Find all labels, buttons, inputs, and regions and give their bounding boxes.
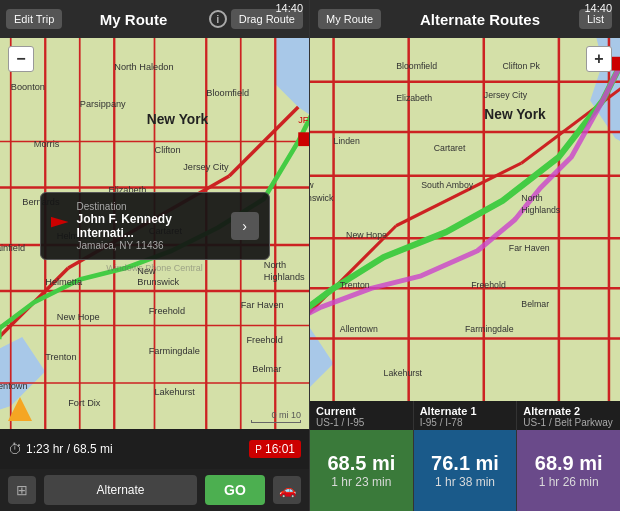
svg-text:Clifton: Clifton — [155, 145, 181, 155]
svg-text:Elizabeth: Elizabeth — [396, 93, 432, 103]
svg-text:Allentown: Allentown — [0, 381, 28, 391]
svg-text:Clifton Pk: Clifton Pk — [503, 61, 541, 71]
route-time-alt1: 1 hr 38 min — [435, 475, 495, 489]
right-title: Alternate Routes — [381, 11, 579, 28]
svg-rect-49 — [298, 132, 309, 146]
route-title-current: Current — [316, 405, 407, 417]
svg-text:North Haledon: North Haledon — [114, 62, 173, 72]
alternate-button[interactable]: Alternate — [44, 475, 197, 505]
right-map-svg: New York Bloomfield Clifton Pk Jersey Ci… — [310, 38, 620, 401]
svg-text:North: North — [521, 193, 543, 203]
scale-bar: 0 mi 10 — [251, 410, 301, 423]
route-distance-alt2: 68.9 mi — [535, 452, 603, 475]
svg-text:Parsippany: Parsippany — [80, 99, 126, 109]
svg-text:New York: New York — [147, 112, 209, 127]
svg-text:Linden: Linden — [334, 136, 360, 146]
route-header-alt2: Alternate 2 US-1 / Belt Parkway — [517, 401, 620, 430]
destination-text: Destination John F. Kennedy Internati...… — [77, 201, 231, 251]
svg-text:South Amboy: South Amboy — [421, 180, 474, 190]
svg-rect-51 — [0, 328, 2, 340]
route-col-alt1[interactable]: Alternate 1 I-95 / I-78 76.1 mi 1 hr 38 … — [414, 401, 518, 511]
navigation-icon[interactable]: ⊞ — [8, 476, 36, 504]
route-subtitle-current: US-1 / I-95 — [316, 417, 407, 428]
route-body-alt1: 76.1 mi 1 hr 38 min — [414, 430, 517, 511]
arrival-badge: P 16:01 — [249, 440, 301, 458]
route-subtitle-alt1: I-95 / I-78 — [420, 417, 511, 428]
svg-text:Plainfield: Plainfield — [0, 243, 25, 253]
svg-text:Farmingdale: Farmingdale — [465, 324, 514, 334]
car-icon[interactable]: 🚗 — [273, 476, 301, 504]
scale-label: 0 mi 10 — [271, 410, 301, 420]
svg-text:New Hope: New Hope — [57, 312, 100, 322]
watermark: Windows Phone Central — [106, 263, 203, 273]
svg-text:Brunswick: Brunswick — [310, 193, 334, 203]
route-title-alt1: Alternate 1 — [420, 405, 511, 417]
route-header-alt1: Alternate 1 I-95 / I-78 — [414, 401, 517, 430]
eta-info: ⏱ 1:23 hr / 68.5 mi — [8, 441, 243, 457]
route-col-current[interactable]: Current US-1 / I-95 68.5 mi 1 hr 23 min — [310, 401, 414, 511]
left-action-bar: ⊞ Alternate GO 🚗 — [0, 469, 309, 511]
destination-label: Destination — [77, 201, 231, 212]
svg-text:Allentown: Allentown — [340, 324, 378, 334]
arrival-time: 16:01 — [265, 442, 295, 456]
svg-text:Bloomfield: Bloomfield — [206, 88, 249, 98]
svg-text:Morris: Morris — [34, 139, 60, 149]
svg-text:New York: New York — [484, 107, 546, 122]
svg-text:Brunswick: Brunswick — [137, 277, 179, 287]
info-icon[interactable]: i — [209, 10, 227, 28]
svg-text:Belmar: Belmar — [252, 364, 281, 374]
svg-text:Helmetta: Helmetta — [45, 277, 83, 287]
go-button[interactable]: GO — [205, 475, 265, 505]
svg-text:Far Haven: Far Haven — [509, 243, 550, 253]
svg-text:Far Haven: Far Haven — [241, 300, 284, 310]
svg-text:Jersey City: Jersey City — [183, 162, 229, 172]
destination-popup: Destination John F. Kennedy Internati...… — [40, 192, 270, 260]
svg-text:North: North — [264, 260, 286, 270]
destination-flag-icon — [51, 217, 69, 235]
eta-text: 1:23 hr / 68.5 mi — [26, 442, 113, 456]
svg-text:Cartaret: Cartaret — [434, 143, 466, 153]
route-body-current: 68.5 mi 1 hr 23 min — [310, 430, 413, 511]
svg-text:Highlands: Highlands — [264, 272, 305, 282]
route-body-alt2: 68.9 mi 1 hr 26 min — [517, 430, 620, 511]
arrival-flag: P — [255, 444, 262, 455]
svg-text:Highlands: Highlands — [521, 205, 561, 215]
right-panel: My Route Alternate Routes List 14:40 — [310, 0, 620, 511]
left-panel: Edit Trip My Route i Drag Route 14:40 — [0, 0, 310, 511]
svg-text:Farmingdale: Farmingdale — [149, 346, 200, 356]
route-time-alt2: 1 hr 26 min — [539, 475, 599, 489]
left-title: My Route — [62, 11, 204, 28]
right-time: 14:40 — [584, 2, 612, 14]
route-col-alt2[interactable]: Alternate 2 US-1 / Belt Parkway 68.9 mi … — [517, 401, 620, 511]
my-route-button[interactable]: My Route — [318, 9, 381, 29]
svg-text:Freehold: Freehold — [247, 335, 283, 345]
svg-text:Lakehurst: Lakehurst — [155, 387, 196, 397]
zoom-plus-button[interactable]: + — [586, 46, 612, 72]
right-top-bar: My Route Alternate Routes List 14:40 — [310, 0, 620, 38]
eta-bar: ⏱ 1:23 hr / 68.5 mi P 16:01 — [0, 429, 309, 469]
svg-text:Trenton: Trenton — [340, 280, 370, 290]
left-map: New York Boonton North Haledon Bloomfiel… — [0, 38, 309, 429]
svg-text:JFK: JFK — [298, 115, 309, 125]
svg-text:Jersey City: Jersey City — [484, 90, 528, 100]
destination-address: Jamaica, NY 11436 — [77, 240, 231, 251]
left-top-bar: Edit Trip My Route i Drag Route 14:40 — [0, 0, 309, 38]
svg-text:New Hope: New Hope — [346, 230, 387, 240]
svg-text:Belmar: Belmar — [521, 299, 549, 309]
svg-text:Lakehurst: Lakehurst — [384, 368, 423, 378]
clock-icon: ⏱ — [8, 441, 22, 457]
route-subtitle-alt2: US-1 / Belt Parkway — [523, 417, 614, 428]
svg-text:Freehold: Freehold — [149, 306, 185, 316]
right-map: New York Bloomfield Clifton Pk Jersey Ci… — [310, 38, 620, 401]
destination-arrow-button[interactable]: › — [231, 212, 259, 240]
svg-text:Freehold: Freehold — [471, 280, 506, 290]
left-time: 14:40 — [275, 2, 303, 14]
svg-text:Bloomfield: Bloomfield — [396, 61, 437, 71]
svg-text:Boonton: Boonton — [11, 82, 45, 92]
route-distance-current: 68.5 mi — [327, 452, 395, 475]
edit-trip-button[interactable]: Edit Trip — [6, 9, 62, 29]
svg-text:Trenton: Trenton — [45, 352, 76, 362]
destination-name: John F. Kennedy Internati... — [77, 212, 231, 240]
zoom-minus-button[interactable]: − — [8, 46, 34, 72]
svg-text:Fort Dix: Fort Dix — [68, 398, 101, 408]
